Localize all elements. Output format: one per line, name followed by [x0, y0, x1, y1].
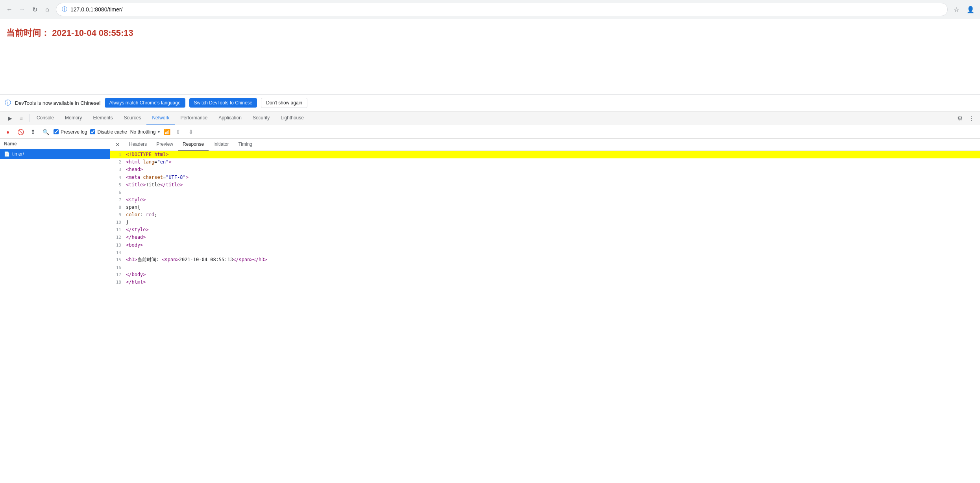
network-item-name: timer/	[12, 151, 24, 157]
account-button[interactable]: 👤	[965, 4, 976, 15]
device-tool-button[interactable]: ◽	[16, 113, 26, 123]
line-content-15: <h3>当前时间: <span>2021-10-04 08:55:13</spa…	[126, 256, 980, 264]
filter-button[interactable]: ❢	[28, 127, 38, 137]
tab-console[interactable]: Console	[31, 112, 59, 124]
code-part: <style>	[126, 197, 146, 202]
line-number-14: 14	[110, 249, 126, 256]
code-part: Title	[146, 182, 160, 188]
line-content-5: <title>Title</title>	[126, 181, 980, 189]
resp-tab-response[interactable]: Response	[178, 139, 209, 150]
disable-cache-checkbox[interactable]	[90, 129, 95, 134]
bookmark-button[interactable]: ☆	[951, 4, 962, 15]
search-button[interactable]: 🔍	[41, 127, 50, 137]
network-list-item[interactable]: 📄 timer/	[0, 149, 110, 159]
preserve-log-label[interactable]: Preserve log	[54, 129, 87, 135]
tab-actions: ⚙ ⋮	[955, 113, 977, 123]
line-number-2: 2	[110, 158, 126, 166]
resp-tab-timing[interactable]: Timing	[233, 139, 257, 150]
info-icon: ⓘ	[5, 99, 11, 107]
resp-tab-initiator[interactable]: Initiator	[209, 139, 233, 150]
code-line-10: 10}	[110, 219, 980, 226]
document-icon: 📄	[4, 151, 10, 157]
line-content-1: <!DOCTYPE html>	[126, 151, 980, 158]
code-part: <meta	[126, 175, 140, 180]
url-input[interactable]	[70, 6, 942, 13]
back-button[interactable]: ←	[4, 4, 15, 15]
code-part: <head>	[126, 167, 143, 172]
download-button[interactable]: ⇩	[186, 127, 196, 137]
code-line-15: 15<h3>当前时间: <span>2021-10-04 08:55:13</s…	[110, 256, 980, 264]
line-content-11: </style>	[126, 226, 980, 234]
nav-buttons: ← → ↻ ⌂	[4, 4, 53, 15]
tab-performance[interactable]: Performance	[175, 112, 213, 124]
preserve-log-checkbox[interactable]	[54, 129, 59, 134]
throttle-arrow: ▼	[157, 130, 161, 134]
line-number-7: 7	[110, 196, 126, 204]
settings-button[interactable]: ⚙	[955, 113, 965, 123]
code-part: </html>	[126, 279, 146, 285]
tab-elements[interactable]: Elements	[87, 112, 118, 124]
code-part: <body>	[126, 242, 143, 248]
tab-network[interactable]: Network	[146, 112, 175, 124]
page-label: 当前时间：	[6, 28, 50, 38]
line-content-7: <style>	[126, 196, 980, 204]
preserve-log-text: Preserve log	[61, 129, 87, 135]
clear-button[interactable]: 🚫	[16, 127, 25, 137]
tab-application[interactable]: Application	[213, 112, 247, 124]
address-bar[interactable]: ⓘ	[56, 3, 948, 16]
code-line-18: 18</html>	[110, 279, 980, 286]
line-content-18: </html>	[126, 279, 980, 286]
close-panel-button[interactable]: ✕	[113, 140, 122, 149]
dont-show-button[interactable]: Don't show again	[261, 98, 307, 108]
network-column-name: Name	[0, 139, 110, 149]
code-line-8: 8span{	[110, 204, 980, 211]
line-number-16: 16	[110, 264, 126, 271]
line-number-10: 10	[110, 219, 126, 226]
throttle-label: No throttling	[130, 129, 156, 135]
code-part: </title>	[160, 182, 183, 188]
cursor-tool-button[interactable]: ▶	[5, 113, 15, 123]
page-time: 2021-10-04 08:55:13	[52, 28, 133, 38]
forward-button[interactable]: →	[17, 4, 28, 15]
line-number-4: 4	[110, 174, 126, 181]
secure-icon: ⓘ	[62, 6, 67, 13]
tab-lighthouse[interactable]: Lighthouse	[275, 112, 309, 124]
code-line-9: 9color: red;	[110, 211, 980, 219]
more-options-button[interactable]: ⋮	[967, 113, 977, 123]
throttle-container: No throttling ▼	[130, 129, 161, 135]
upload-button[interactable]: ⇧	[174, 127, 183, 137]
line-content-17: </body>	[126, 271, 980, 279]
line-content-4: <meta charset="UTF-8">	[126, 174, 980, 181]
line-number-12: 12	[110, 234, 126, 241]
code-part: color	[126, 212, 140, 217]
tab-sources[interactable]: Sources	[118, 112, 146, 124]
code-view[interactable]: 1<!DOCTYPE html>2<html lang="en">3<head>…	[110, 151, 980, 483]
resp-tab-preview[interactable]: Preview	[152, 139, 178, 150]
always-match-button[interactable]: Always match Chrome's language	[105, 98, 185, 108]
response-tabs-bar: ✕ Headers Preview Response Initiator Tim…	[110, 139, 980, 151]
devtools-panel: ⓘ DevTools is now available in Chinese! …	[0, 94, 980, 483]
line-number-18: 18	[110, 279, 126, 286]
code-line-1: 1<!DOCTYPE html>	[110, 151, 980, 158]
switch-language-button[interactable]: Switch DevTools to Chinese	[189, 98, 257, 108]
code-line-14: 14	[110, 249, 980, 256]
network-response-panel: ✕ Headers Preview Response Initiator Tim…	[110, 139, 980, 483]
code-part: <title>	[126, 182, 146, 188]
line-number-3: 3	[110, 166, 126, 173]
reload-button[interactable]: ↻	[29, 4, 40, 15]
code-line-11: 11</style>	[110, 226, 980, 234]
tab-tools: ▶ ◽	[3, 111, 28, 125]
code-part: charset	[140, 175, 163, 180]
code-line-17: 17</body>	[110, 271, 980, 279]
resp-tab-headers[interactable]: Headers	[124, 139, 152, 150]
code-part: <span>	[162, 257, 179, 262]
home-button[interactable]: ⌂	[42, 4, 53, 15]
disable-cache-label[interactable]: Disable cache	[90, 129, 127, 135]
code-line-12: 12</head>	[110, 234, 980, 241]
record-button[interactable]: ●	[3, 127, 13, 137]
code-part: </span></h3>	[233, 257, 267, 262]
tab-memory[interactable]: Memory	[59, 112, 87, 124]
code-part: 当前时间:	[137, 257, 162, 262]
code-part: ;	[154, 212, 157, 217]
tab-security[interactable]: Security	[247, 112, 275, 124]
